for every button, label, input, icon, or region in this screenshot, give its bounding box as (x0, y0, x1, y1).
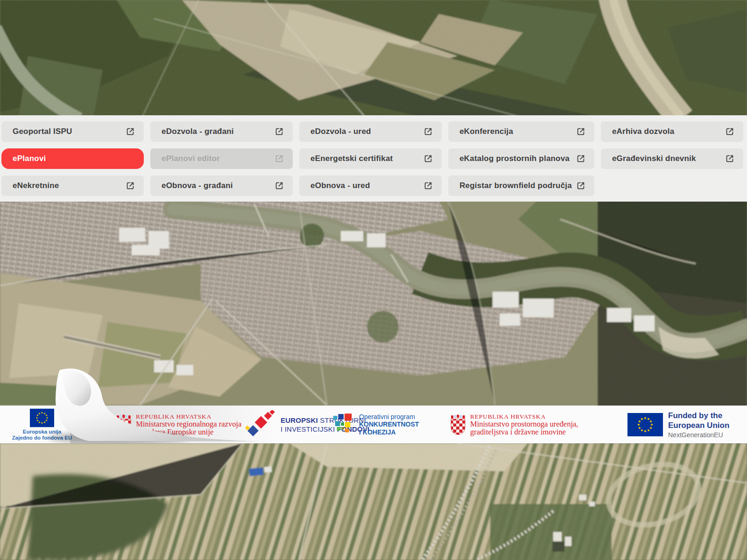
ministry-regional-development-logo: REPUBLIKA HRVATSKA Ministarstvo regional… (116, 413, 241, 436)
app-button-ekatalog-prostornih-planova[interactable]: eKatalog prostornih planova (448, 148, 594, 169)
app-button-eobnova-gradani[interactable]: eObnova - građani (150, 175, 293, 196)
eu-flag-icon (30, 408, 54, 427)
external-link-icon (423, 181, 433, 191)
external-link-icon (274, 126, 284, 137)
ministry-spatial-planning-logo: REPUBLIKA HRVATSKA Ministarstvo prostorn… (450, 413, 578, 436)
external-link-icon (274, 154, 284, 164)
app-button-earhiva-dozvola[interactable]: eArhiva dozvola (601, 121, 743, 142)
croatia-coat-of-arms-icon (116, 414, 132, 435)
app-button-edozvola-ured[interactable]: eDozvola - ured (299, 121, 442, 142)
funded-line1: Funded by the (668, 411, 729, 420)
app-button-eenergetski-certifikat[interactable]: eEnergetski certifikat (299, 148, 442, 169)
external-link-icon (125, 181, 135, 191)
satellite-map[interactable] (0, 0, 747, 560)
esif-line2: I INVESTICIJSKI (281, 425, 337, 433)
external-link-icon (274, 181, 284, 191)
app-button-label: ePlanovi (13, 154, 46, 163)
eu-flag-icon (627, 413, 663, 436)
app-button-label: Geoportal ISPU (13, 127, 72, 136)
eu-funded-logo: Funded by the European Union NextGenerat… (627, 411, 729, 439)
opkk-line3: I KOHEZIJA (359, 428, 419, 436)
external-link-icon (423, 126, 433, 137)
app-button-edozvola-gradani[interactable]: eDozvola - građani (150, 121, 293, 142)
opkk-mosaic-icon (332, 413, 355, 436)
croatia-coat-of-arms-icon (450, 414, 466, 435)
eu-flag-left-logo: Europska unija Zajedno do fondova EU (11, 408, 73, 441)
opkk-line2: KONKURENTNOST (359, 420, 419, 428)
ispu-geoportal-screen: Geoportal ISPU eDozvola - građani eDozvo… (0, 0, 747, 560)
app-launcher-menu: Geoportal ISPU eDozvola - građani eDozvo… (0, 115, 747, 202)
external-link-icon (576, 181, 586, 191)
app-button-label: eArhiva dozvola (612, 127, 674, 136)
app-button-enekretnine[interactable]: eNekretnine (1, 175, 144, 196)
app-button-eplanovi-editor: ePlanovi editor (150, 148, 293, 169)
funded-line2: European Union (668, 420, 729, 430)
app-button-label: eObnova - građani (162, 181, 233, 190)
opkk-line1: Operativni program (359, 413, 419, 421)
funded-line3: NextGenerationEU (668, 431, 729, 439)
app-button-label: eDozvola - ured (310, 127, 371, 136)
opkk-logo: Operativni program KONKURENTNOST I KOHEZ… (332, 413, 419, 436)
external-link-icon (576, 154, 586, 164)
esif-diamonds-icon (239, 410, 277, 439)
app-button-egradevinski-dnevnik[interactable]: eGrađevinski dnevnik (601, 148, 743, 169)
app-button-eobnova-ured[interactable]: eObnova - ured (299, 175, 442, 196)
external-link-icon (725, 154, 735, 164)
external-link-icon (576, 126, 586, 137)
app-button-label: eGrađevinski dnevnik (612, 154, 696, 163)
external-link-icon (725, 126, 735, 137)
app-button-registar-brownfield-podrucja[interactable]: Registar brownfield područja (448, 175, 594, 196)
ministry-spatial-line2: graditeljstva i državne imovine (470, 428, 578, 436)
app-button-label: eDozvola - građani (162, 127, 234, 136)
app-button-label: eEnergetski certifikat (310, 154, 393, 163)
eu-footer: Europska unija Zajedno do fondova EU REP… (0, 406, 747, 443)
eu-left-line2: Zajedno do fondova EU (12, 434, 72, 441)
ministry-regional-line2: i fondova Europske unije (136, 428, 241, 436)
app-button-label: eKatalog prostornih planova (459, 154, 570, 163)
eu-left-line1: Europska unija (12, 428, 72, 434)
app-button-eplanovi[interactable]: ePlanovi (1, 148, 144, 169)
app-button-geoportal-ispu[interactable]: Geoportal ISPU (1, 121, 144, 142)
ministry-regional-title: REPUBLIKA HRVATSKA (136, 413, 241, 420)
ministry-regional-line1: Ministarstvo regionalnoga razvoja (136, 420, 241, 428)
app-button-label: ePlanovi editor (162, 154, 220, 163)
app-button-label: eNekretnine (13, 181, 59, 190)
app-button-label: Registar brownfield područja (459, 181, 572, 190)
external-link-icon (423, 154, 433, 164)
app-button-label: eObnova - ured (310, 181, 370, 190)
esif-line1-bold: EUROPSKI (281, 416, 318, 424)
app-button-label: eKonferencija (459, 127, 513, 136)
map-grain-overlay (0, 0, 747, 560)
ministry-spatial-line1: Ministarstvo prostornoga uređenja, (470, 420, 578, 428)
external-link-icon (125, 126, 135, 137)
app-button-ekonferencija[interactable]: eKonferencija (448, 121, 594, 142)
ministry-spatial-title: REPUBLIKA HRVATSKA (470, 413, 578, 420)
